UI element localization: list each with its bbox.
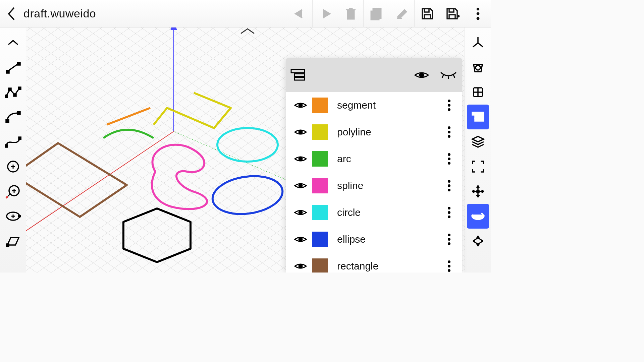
layer-row[interactable]: ellipse [286, 226, 462, 253]
eye-icon[interactable] [289, 128, 312, 136]
eye-icon[interactable] [289, 208, 312, 217]
layer-row[interactable]: circle [286, 199, 462, 226]
circle-tool[interactable] [2, 154, 24, 179]
svg-point-207 [448, 162, 450, 165]
layer-row[interactable]: segment [286, 92, 462, 119]
svg-point-209 [448, 180, 450, 183]
pan-tool[interactable] [467, 179, 489, 204]
grid-tool[interactable] [467, 80, 489, 105]
svg-point-201 [448, 126, 450, 129]
svg-point-222 [448, 265, 450, 267]
svg-rect-194 [294, 77, 305, 80]
polyline-tool[interactable] [2, 80, 24, 105]
layer-label: segment [332, 100, 439, 111]
stack-tool[interactable] [467, 129, 489, 154]
layers-panel: segment polyline arc sp [286, 58, 462, 273]
svg-point-214 [448, 211, 450, 214]
eye-icon[interactable] [289, 235, 312, 243]
svg-point-219 [448, 242, 450, 245]
svg-point-220 [299, 264, 302, 268]
layers-tool[interactable] [467, 105, 489, 129]
layer-label: rectangle [332, 260, 439, 272]
layer-label: arc [332, 153, 439, 165]
layer-menu-icon[interactable] [439, 179, 459, 192]
redo-button[interactable] [312, 0, 338, 27]
svg-point-197 [448, 100, 450, 102]
svg-line-33 [26, 27, 97, 273]
svg-point-195 [420, 73, 424, 77]
orbit-tool[interactable] [467, 204, 489, 229]
delete-button[interactable] [338, 0, 363, 27]
collapse-up-icon[interactable] [2, 30, 24, 55]
svg-point-215 [448, 216, 450, 218]
layer-swatch[interactable] [312, 98, 328, 113]
zoom-extents-tool[interactable] [467, 229, 489, 253]
svg-rect-192 [291, 69, 305, 73]
show-all-icon[interactable] [408, 70, 435, 80]
svg-point-203 [448, 135, 450, 138]
svg-rect-190 [475, 119, 484, 121]
layer-menu-icon[interactable] [439, 153, 459, 165]
spline-tool[interactable] [2, 129, 24, 154]
svg-line-52 [26, 27, 238, 273]
layers-icon[interactable] [286, 69, 310, 81]
layer-row[interactable]: rectangle [286, 253, 462, 273]
layer-swatch[interactable] [312, 124, 328, 140]
layer-swatch[interactable] [312, 178, 328, 193]
menu-button[interactable] [465, 0, 491, 27]
layer-swatch[interactable] [312, 232, 328, 247]
top-actions [287, 0, 491, 27]
svg-point-4 [477, 17, 479, 20]
svg-point-3 [477, 12, 479, 15]
layer-label: polyline [332, 126, 439, 138]
svg-rect-12 [17, 112, 20, 114]
layer-menu-icon[interactable] [439, 260, 459, 273]
svg-rect-189 [475, 116, 484, 118]
svg-point-198 [448, 104, 450, 107]
eye-icon[interactable] [289, 262, 312, 270]
svg-point-217 [448, 234, 450, 236]
layer-swatch[interactable] [312, 258, 328, 273]
eye-icon[interactable] [289, 101, 312, 109]
ellipse-tool[interactable] [2, 204, 24, 229]
layer-row[interactable]: polyline [286, 119, 462, 145]
svg-point-196 [299, 104, 302, 107]
axis-view-tool[interactable] [467, 30, 489, 55]
left-toolbar [0, 27, 26, 273]
layer-row[interactable]: spline [286, 172, 462, 199]
fullscreen-tool[interactable] [467, 154, 489, 179]
layers-panel-header [286, 58, 462, 92]
edit-button[interactable] [389, 0, 414, 27]
back-button[interactable] [0, 6, 23, 21]
layer-swatch[interactable] [312, 151, 328, 167]
svg-line-36 [26, 27, 125, 273]
layer-row[interactable]: arc [286, 145, 462, 172]
svg-line-32 [26, 27, 97, 273]
svg-point-2 [477, 8, 479, 10]
layer-swatch[interactable] [312, 205, 328, 220]
svg-point-206 [448, 158, 450, 160]
svg-point-204 [299, 157, 302, 161]
arc-tool[interactable] [2, 105, 24, 129]
save-button[interactable] [414, 0, 440, 27]
file-title: draft.wuweido [23, 7, 96, 20]
undo-button[interactable] [287, 0, 312, 27]
line-tool[interactable] [2, 55, 24, 80]
svg-point-200 [299, 130, 302, 134]
layer-menu-icon[interactable] [439, 126, 459, 138]
svg-point-221 [448, 260, 450, 263]
svg-point-199 [448, 108, 450, 111]
layer-menu-icon[interactable] [439, 206, 459, 219]
layer-menu-icon[interactable] [439, 99, 459, 112]
circle-center-tool[interactable] [2, 179, 24, 204]
svg-rect-13 [5, 145, 7, 147]
hide-all-icon[interactable] [435, 71, 462, 79]
svg-point-210 [448, 184, 450, 187]
eye-icon[interactable] [289, 155, 312, 163]
perspective-tool[interactable] [467, 55, 489, 80]
layer-menu-icon[interactable] [439, 233, 459, 246]
clipboard-button[interactable] [363, 0, 389, 27]
eye-icon[interactable] [289, 182, 312, 190]
rectangle-tool[interactable] [2, 229, 24, 253]
save-as-button[interactable] [440, 0, 465, 27]
